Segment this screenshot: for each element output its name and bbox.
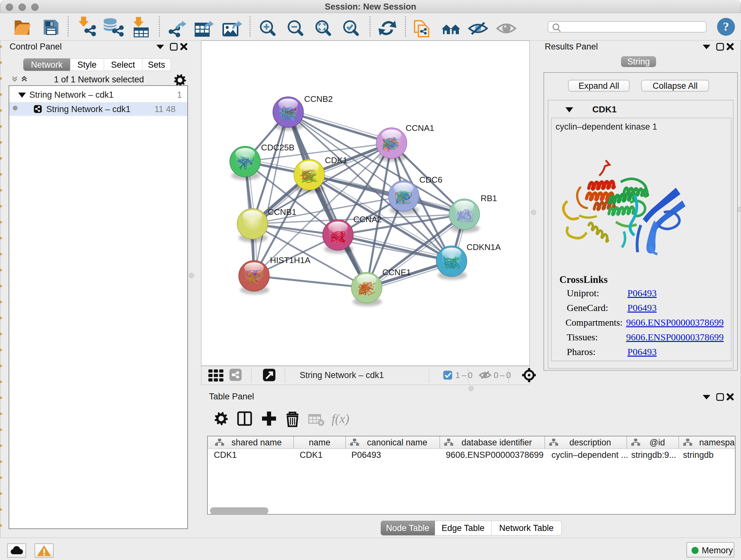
- svg-text:f(x): f(x): [332, 412, 349, 426]
- svg-text:CCNB1: CCNB1: [268, 207, 296, 217]
- svg-text:CCNE1: CCNE1: [382, 267, 411, 277]
- svg-text:@id: @id: [650, 438, 665, 447]
- svg-text:namespace: namespace: [699, 438, 735, 447]
- svg-text:CDC25B: CDC25B: [261, 143, 294, 152]
- svg-text:canonical name: canonical name: [367, 438, 427, 447]
- svg-text:CDC6: CDC6: [419, 175, 442, 185]
- svg-text:CCNA2: CCNA2: [353, 214, 382, 224]
- svg-text:CDKN1A: CDKN1A: [467, 242, 501, 252]
- svg-text:CDK1: CDK1: [325, 155, 347, 165]
- svg-text:?: ?: [723, 20, 729, 33]
- svg-text:database identifier: database identifier: [461, 438, 532, 447]
- svg-text:0 – 0: 0 – 0: [494, 370, 511, 380]
- svg-text:CCNA1: CCNA1: [406, 123, 434, 133]
- svg-text:HIST1H1A: HIST1H1A: [270, 255, 311, 265]
- svg-text:shared name: shared name: [231, 438, 282, 447]
- svg-text:RB1: RB1: [481, 193, 497, 203]
- svg-text:description: description: [569, 438, 611, 447]
- svg-text:name: name: [309, 438, 331, 447]
- svg-text:CCNB2: CCNB2: [304, 94, 333, 104]
- svg-text:String Network – cdk1: String Network – cdk1: [300, 370, 384, 380]
- svg-text:1 – 0: 1 – 0: [455, 370, 473, 380]
